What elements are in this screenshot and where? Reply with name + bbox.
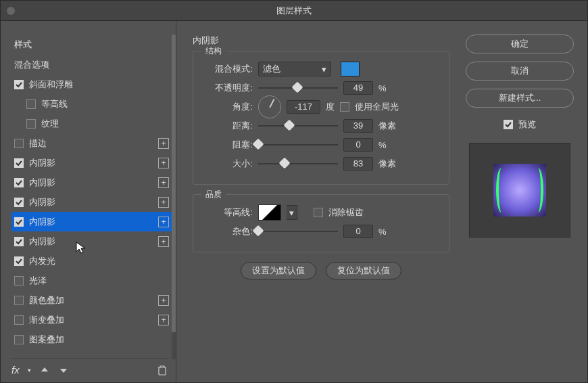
style-checkbox[interactable]	[14, 198, 24, 207]
style-label: 纹理	[41, 118, 169, 130]
style-label: 内阴影	[29, 157, 153, 169]
style-label: 混合选项	[14, 59, 169, 71]
style-label: 等高线	[41, 98, 169, 110]
noise-unit: %	[378, 227, 401, 237]
style-checkbox[interactable]	[14, 237, 24, 246]
sidebar-header: 样式	[11, 35, 172, 55]
trash-icon[interactable]	[157, 365, 168, 376]
preview-thumbnail	[493, 164, 546, 217]
style-checkbox[interactable]	[14, 80, 24, 89]
noise-slider[interactable]	[258, 225, 338, 238]
angle-input[interactable]: -117	[287, 100, 320, 114]
style-label: 内发光	[29, 255, 169, 267]
structure-group: 结构 混合模式: 滤色 ▾ 不透明度: 49 % 角度:	[193, 51, 449, 185]
style-checkbox[interactable]	[26, 119, 36, 129]
opacity-label: 不透明度:	[204, 82, 253, 94]
style-checkbox[interactable]	[14, 276, 24, 286]
style-label: 内阴影	[29, 177, 153, 189]
distance-label: 距离:	[204, 120, 253, 132]
global-light-checkbox[interactable]	[340, 102, 349, 112]
choke-slider[interactable]	[258, 139, 338, 151]
new-style-button[interactable]: 新建样式...	[466, 89, 574, 108]
distance-slider[interactable]	[258, 120, 338, 132]
layer-style-dialog: 图层样式 样式 混合选项斜面和浮雕等高线纹理描边+内阴影+内阴影+内阴影+内阴影…	[0, 0, 588, 383]
title-bar: 图层样式	[1, 1, 587, 21]
antialias-checkbox[interactable]	[314, 208, 323, 217]
size-unit: 像素	[378, 158, 401, 170]
blend-mode-dropdown[interactable]: 滤色 ▾	[258, 62, 331, 76]
contour-dropdown-icon[interactable]: ▾	[287, 205, 297, 220]
angle-dial[interactable]	[258, 95, 281, 118]
choke-label: 阻塞:	[204, 139, 253, 151]
noise-input[interactable]: 0	[343, 225, 373, 238]
style-checkbox[interactable]	[14, 315, 24, 325]
move-up-icon[interactable]	[39, 365, 50, 376]
sidebar-scroll-thumb[interactable]	[172, 35, 176, 332]
ok-button[interactable]: 确定	[466, 35, 574, 53]
style-item-1[interactable]: 斜面和浮雕	[11, 74, 172, 94]
style-item-12[interactable]: 颜色叠加+	[11, 290, 172, 310]
style-item-10[interactable]: 内发光	[11, 251, 172, 271]
add-effect-icon[interactable]: +	[158, 236, 169, 247]
make-default-button[interactable]: 设置为默认值	[241, 262, 316, 279]
style-label: 光泽	[29, 275, 169, 287]
global-light-label: 使用全局光	[355, 101, 399, 113]
contour-picker[interactable]	[258, 204, 281, 221]
add-effect-icon[interactable]: +	[158, 217, 169, 227]
style-checkbox[interactable]	[14, 296, 24, 305]
add-effect-icon[interactable]: +	[158, 138, 169, 149]
style-item-13[interactable]: 渐变叠加+	[11, 310, 172, 330]
size-input[interactable]: 83	[343, 157, 373, 171]
preview-checkbox[interactable]	[504, 120, 513, 129]
distance-input[interactable]: 39	[343, 119, 373, 133]
style-checkbox[interactable]	[14, 335, 24, 344]
quality-legend: 品质	[201, 189, 226, 200]
size-slider[interactable]	[258, 158, 338, 170]
style-item-0[interactable]: 混合选项	[11, 55, 172, 74]
angle-label: 角度:	[204, 101, 253, 113]
style-item-2[interactable]: 等高线	[11, 94, 172, 114]
style-checkbox[interactable]	[14, 158, 24, 168]
style-item-11[interactable]: 光泽	[11, 271, 172, 290]
style-item-7[interactable]: 内阴影+	[11, 192, 172, 212]
add-effect-icon[interactable]: +	[158, 197, 169, 208]
reset-default-button[interactable]: 复位为默认值	[326, 262, 401, 279]
add-effect-icon[interactable]: +	[158, 295, 169, 306]
opacity-slider[interactable]	[258, 82, 338, 94]
style-item-5[interactable]: 内阴影+	[11, 153, 172, 173]
distance-unit: 像素	[378, 120, 401, 132]
add-effect-icon[interactable]: +	[158, 177, 169, 188]
blend-mode-label: 混合模式:	[204, 63, 253, 75]
move-down-icon[interactable]	[58, 365, 69, 376]
style-checkbox[interactable]	[14, 256, 24, 266]
fx-menu[interactable]: fx	[11, 364, 20, 376]
style-checkbox[interactable]	[14, 139, 24, 148]
choke-input[interactable]: 0	[343, 138, 373, 152]
style-item-6[interactable]: 内阴影+	[11, 173, 172, 192]
style-label: 描边	[29, 137, 153, 150]
style-label: 渐变叠加	[29, 314, 153, 326]
add-effect-icon[interactable]: +	[158, 158, 169, 168]
style-label: 颜色叠加	[29, 294, 153, 307]
close-button[interactable]	[7, 7, 15, 15]
panel-title: 内阴影	[193, 35, 449, 47]
add-effect-icon[interactable]: +	[158, 315, 169, 325]
style-item-4[interactable]: 描边+	[11, 133, 172, 153]
style-item-14[interactable]: 图案叠加	[11, 330, 172, 349]
antialias-label: 消除锯齿	[328, 206, 364, 219]
color-swatch[interactable]	[341, 62, 360, 76]
cancel-button[interactable]: 取消	[466, 62, 574, 81]
style-label: 斜面和浮雕	[29, 78, 169, 91]
opacity-unit: %	[378, 83, 401, 93]
style-checkbox[interactable]	[14, 178, 24, 187]
style-label: 内阴影	[29, 235, 153, 248]
opacity-input[interactable]: 49	[343, 81, 373, 95]
style-item-3[interactable]: 纹理	[11, 114, 172, 133]
style-item-8[interactable]: 内阴影+	[11, 212, 172, 231]
styles-sidebar: 样式 混合选项斜面和浮雕等高线纹理描边+内阴影+内阴影+内阴影+内阴影+内阴影+…	[1, 21, 176, 382]
style-checkbox[interactable]	[26, 99, 36, 109]
style-checkbox[interactable]	[14, 217, 24, 227]
size-label: 大小:	[204, 158, 253, 170]
style-label: 内阴影	[29, 216, 153, 228]
style-item-9[interactable]: 内阴影+	[11, 231, 172, 251]
